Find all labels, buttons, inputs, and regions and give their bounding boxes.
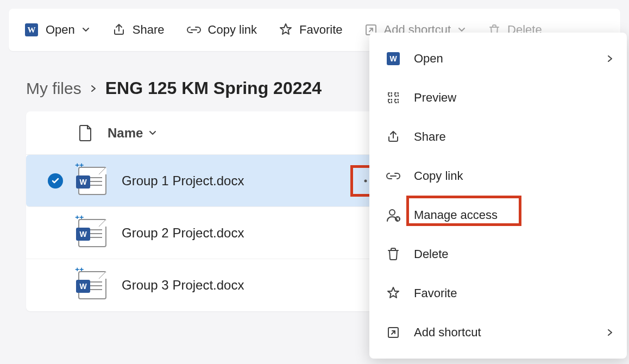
- copylink-button[interactable]: Copy link: [186, 23, 257, 37]
- word-icon: W: [385, 52, 402, 66]
- select-placeholder[interactable]: [48, 225, 63, 241]
- manage-access-icon: [385, 208, 402, 222]
- chevron-down-icon: [81, 26, 90, 34]
- share-label: Share: [133, 23, 165, 37]
- menu-addshortcut[interactable]: Add shortcut: [369, 313, 627, 352]
- link-icon: [385, 171, 402, 181]
- menu-open[interactable]: W Open: [369, 39, 627, 78]
- file-name[interactable]: Group 1 Project.docx: [122, 173, 244, 189]
- svg-text:W: W: [28, 26, 36, 34]
- share-icon: [112, 23, 126, 37]
- menu-favorite[interactable]: Favorite: [369, 274, 627, 313]
- word-file-icon: W ⁺⁺: [78, 167, 106, 195]
- selected-check-icon[interactable]: [48, 173, 63, 189]
- menu-delete-label: Delete: [414, 247, 449, 261]
- trash-icon: [385, 247, 402, 261]
- select-placeholder[interactable]: [48, 278, 63, 293]
- file-name[interactable]: Group 2 Project.docx: [122, 225, 244, 241]
- menu-manageaccess[interactable]: Manage access: [369, 196, 627, 235]
- menu-share[interactable]: Share: [369, 117, 627, 156]
- context-menu: W Open Preview Share Copy link Manage ac…: [369, 33, 627, 359]
- open-label: Open: [46, 23, 75, 37]
- chevron-right-icon: [89, 84, 98, 93]
- menu-addshortcut-label: Add shortcut: [414, 325, 481, 340]
- select-all-placeholder: [48, 125, 63, 141]
- copylink-label: Copy link: [208, 23, 257, 37]
- favorite-label: Favorite: [299, 23, 342, 37]
- word-file-icon: W ⁺⁺: [78, 271, 106, 299]
- link-icon: [186, 24, 202, 35]
- star-icon: [385, 286, 402, 300]
- menu-share-label: Share: [414, 130, 446, 144]
- chevron-right-icon: [606, 329, 614, 336]
- menu-preview-label: Preview: [414, 91, 456, 105]
- share-icon: [385, 130, 402, 144]
- favorite-button[interactable]: Favorite: [279, 23, 342, 37]
- menu-preview[interactable]: Preview: [369, 78, 627, 117]
- star-icon: [279, 23, 293, 37]
- svg-point-3: [364, 180, 367, 183]
- word-file-icon: W ⁺⁺: [78, 219, 106, 247]
- open-dropdown[interactable]: W Open: [24, 22, 90, 37]
- menu-manageaccess-label: Manage access: [414, 208, 498, 222]
- svg-point-8: [389, 210, 395, 215]
- file-name[interactable]: Group 3 Project.docx: [122, 278, 244, 293]
- name-column-header[interactable]: Name: [108, 125, 157, 141]
- svg-text:W: W: [389, 54, 397, 63]
- word-icon: W: [24, 22, 39, 37]
- file-icon: [78, 124, 92, 142]
- menu-copylink-label: Copy link: [414, 169, 463, 183]
- shortcut-icon: [385, 326, 402, 339]
- menu-copylink[interactable]: Copy link: [369, 156, 627, 196]
- menu-delete[interactable]: Delete: [369, 235, 627, 274]
- breadcrumb-current: ENG 125 KM Spring 20224: [105, 78, 322, 98]
- breadcrumb-root[interactable]: My files: [26, 79, 81, 98]
- chevron-right-icon: [606, 55, 614, 62]
- preview-icon: [385, 91, 402, 105]
- menu-open-label: Open: [414, 52, 443, 66]
- menu-favorite-label: Favorite: [414, 286, 457, 300]
- share-button[interactable]: Share: [112, 23, 165, 37]
